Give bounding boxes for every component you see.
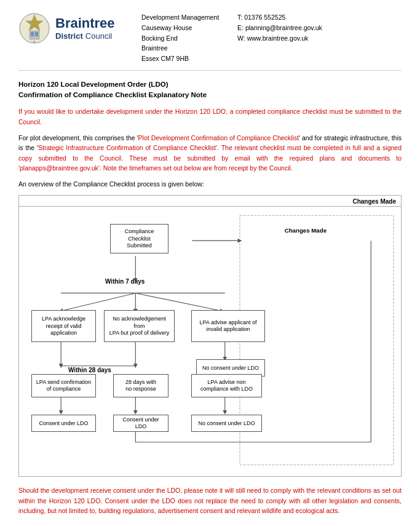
flowchart-inner: Changes Made — [19, 207, 401, 476]
changes-made-top-label: Changes Made — [19, 196, 401, 207]
address-col: Development Management Causeway House Bo… — [141, 12, 219, 64]
box-lpa-non-compliance: LPA advise non compliance with LDO — [191, 374, 262, 397]
svg-rect-4 — [35, 32, 38, 36]
box-consent-1: Consent under LDO — [31, 415, 96, 432]
box-submitted: Compliance Checklist Submitted — [110, 224, 168, 253]
box-consent-2: Consent under LDO — [113, 415, 168, 432]
council-crest-icon: ★ — [18, 12, 50, 44]
box-lpa-advise-invalid: LPA advise applicant of invalid applicat… — [191, 310, 265, 342]
logo-area: ★ Braintree District Council — [18, 12, 129, 44]
box-no-consent-2: No consent under LDO — [191, 415, 262, 432]
para2: For plot development, this comprises the… — [18, 133, 402, 173]
para1: If you would like to undertake developme… — [18, 106, 402, 127]
svg-line-16 — [135, 293, 222, 311]
box-28days-no-response: 28 days with no response — [113, 374, 168, 397]
within-28days-label: Within 28 days — [68, 367, 111, 373]
svg-text:★: ★ — [33, 40, 36, 43]
svg-line-14 — [61, 293, 135, 311]
footer-text: Should the development receive consent u… — [18, 485, 402, 516]
contact-area: Development Management Causeway House Bo… — [141, 12, 402, 64]
contact-col: T: 01376 552525 E: planning@braintree.go… — [237, 12, 322, 64]
svg-text:Changes Made: Changes Made — [285, 227, 327, 234]
within-7days-label: Within 7 days — [105, 278, 145, 285]
box-lpa-acknowledge: LPA acknowledge receipt of valid applica… — [31, 310, 96, 342]
flowchart: Changes Made Changes Made — [18, 195, 402, 477]
flowchart-area: Changes Made — [25, 212, 395, 470]
box-no-acknowledgement: No acknowledgement from LPA but proof of… — [104, 310, 175, 342]
para3: An overview of the Compliance Checklist … — [18, 179, 402, 189]
svg-rect-3 — [31, 32, 34, 36]
doc-title: Horizon 120 Local Development Order (LDO… — [18, 79, 402, 101]
box-lpa-confirmation: LPA send confirmation of compliance — [31, 374, 96, 397]
logo-text: Braintree District Council — [55, 16, 115, 40]
page-header: ★ Braintree District Council Development… — [18, 12, 402, 71]
